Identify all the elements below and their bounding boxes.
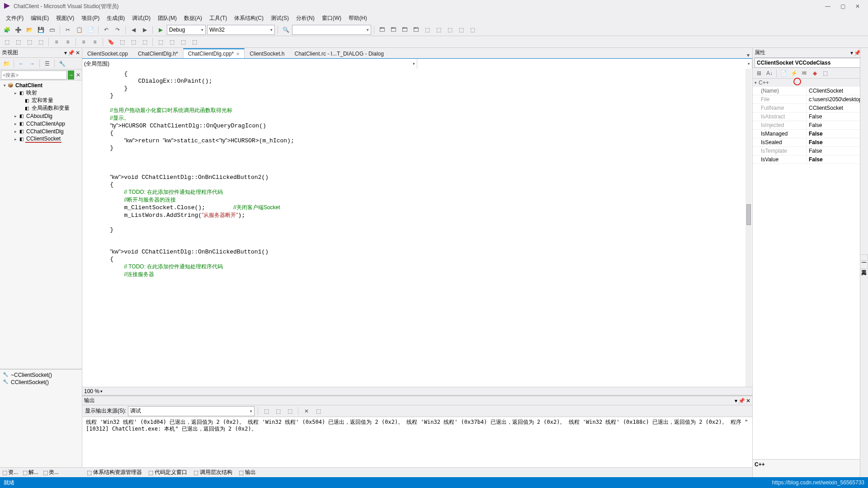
tb-ext3-icon[interactable]: 🗔 bbox=[400, 25, 410, 35]
panel-close-icon[interactable]: ✕ bbox=[75, 50, 80, 56]
search-clear-icon[interactable]: ✕ bbox=[75, 70, 81, 80]
prop-row[interactable]: IsAbstractFalse bbox=[753, 113, 868, 121]
side-tab[interactable]: ⬚解... bbox=[20, 468, 41, 477]
bottom-tab[interactable]: ⬚代码定义窗口 bbox=[146, 468, 190, 477]
overrides-icon[interactable]: ◆ bbox=[810, 68, 820, 78]
member-item[interactable]: ~CClientSocket() bbox=[0, 371, 82, 379]
t2-1-icon[interactable]: ⬚ bbox=[2, 37, 12, 47]
member-item[interactable]: CClientSocket() bbox=[0, 379, 82, 386]
close-icon[interactable]: ✕ bbox=[855, 3, 860, 9]
document-tab[interactable]: ChatClientDlg.cpp*✕ bbox=[183, 48, 245, 58]
output-close-icon[interactable]: ✕ bbox=[746, 398, 750, 404]
document-tab[interactable]: ClientSocket.cpp bbox=[82, 48, 133, 58]
props-object-combo[interactable]: CClientSocket VCCodeClass bbox=[755, 58, 866, 68]
prop-row[interactable]: IsManagedFalse bbox=[753, 130, 868, 138]
add-item-icon[interactable]: ➕ bbox=[13, 25, 23, 35]
bottom-tab[interactable]: ⬚输出 bbox=[236, 468, 259, 477]
menu-item[interactable]: 体系结构(C) bbox=[231, 14, 267, 23]
cut-icon[interactable]: ✂ bbox=[63, 25, 73, 35]
dropdown-icon[interactable]: ▾ bbox=[64, 50, 67, 56]
nav-back-icon[interactable]: ◀ bbox=[128, 25, 138, 35]
tree-node[interactable]: ▸◧CChatClientDlg bbox=[0, 127, 82, 135]
output-dd-icon[interactable]: ▾ bbox=[735, 398, 737, 404]
start-debug-icon[interactable]: ▶ bbox=[156, 25, 165, 35]
out-tb3-icon[interactable]: ⬚ bbox=[285, 406, 295, 416]
t2-4-icon[interactable]: ⬚ bbox=[36, 37, 46, 47]
scope-right-combo[interactable] bbox=[417, 59, 752, 69]
menu-item[interactable]: 分析(N) bbox=[293, 14, 318, 23]
pin-icon[interactable]: 📌 bbox=[68, 50, 75, 56]
bookmark-icon[interactable]: 🔖 bbox=[106, 37, 116, 47]
tree-root[interactable]: ChatClient bbox=[14, 82, 43, 89]
expand-icon[interactable]: ▸ bbox=[13, 91, 18, 95]
vertical-scrollbar[interactable] bbox=[745, 69, 752, 387]
menu-item[interactable]: 调试(D) bbox=[129, 14, 154, 23]
tb-ext5-icon[interactable]: ⬚ bbox=[422, 25, 432, 35]
scope-left-combo[interactable]: (全局范围) bbox=[82, 59, 417, 69]
indent-dec-icon[interactable]: ≡ bbox=[52, 37, 61, 47]
undo-icon[interactable]: ↶ bbox=[101, 25, 111, 35]
prop-row[interactable]: Filec:\users\2050\desktop bbox=[753, 95, 868, 104]
document-tab[interactable]: ClientSocket.h bbox=[245, 48, 289, 58]
prop-row[interactable]: IsSealedFalse bbox=[753, 138, 868, 147]
class-search-input[interactable] bbox=[1, 70, 67, 80]
menu-item[interactable]: 测试(S) bbox=[268, 14, 292, 23]
events-icon[interactable]: ⚡ bbox=[789, 68, 799, 78]
tb-ext6-icon[interactable]: ⬚ bbox=[434, 25, 443, 35]
msgs-icon[interactable]: ✉ bbox=[799, 68, 809, 78]
settings-icon[interactable]: 🔧 bbox=[57, 59, 67, 69]
menu-item[interactable]: 工具(T) bbox=[206, 14, 230, 23]
tb-ext8-icon[interactable]: ⬚ bbox=[456, 25, 466, 35]
tree-node[interactable]: ▸◧CAboutDlg bbox=[0, 112, 82, 120]
comment-icon[interactable]: ≡ bbox=[79, 37, 89, 47]
fwd-icon[interactable]: → bbox=[27, 59, 37, 69]
menu-item[interactable]: 团队(M) bbox=[155, 14, 180, 23]
tb-ext7-icon[interactable]: ⬚ bbox=[445, 25, 455, 35]
tb-ext9-icon[interactable]: ⬚ bbox=[467, 25, 477, 35]
menu-item[interactable]: 项目(P) bbox=[78, 14, 103, 23]
member-list[interactable]: ~CClientSocket()CClientSocket() bbox=[0, 369, 82, 477]
copy-icon[interactable]: 📋 bbox=[74, 25, 84, 35]
output-text[interactable]: 线程 'Win32 线程' (0x1d04) 已退出，返回值为 2 (0x2)。… bbox=[82, 417, 752, 467]
menu-item[interactable]: 数据(A) bbox=[181, 14, 205, 23]
platform-combo[interactable]: Win32 bbox=[207, 25, 275, 35]
prop-row[interactable]: IsInjectedFalse bbox=[753, 121, 868, 130]
tabs-overflow-icon[interactable]: ▾ bbox=[744, 52, 752, 58]
tree-node[interactable]: ▸◧映射 bbox=[0, 89, 82, 97]
output-pin-icon[interactable]: 📌 bbox=[738, 398, 745, 404]
maximize-icon[interactable]: ▢ bbox=[840, 3, 845, 9]
cat-icon[interactable]: ⊞ bbox=[754, 68, 764, 78]
back-icon[interactable]: ← bbox=[16, 59, 26, 69]
search-go-icon[interactable]: → bbox=[68, 70, 74, 80]
prop-row[interactable]: IsValueFalse bbox=[753, 155, 868, 164]
tb-ext2-icon[interactable]: 🗔 bbox=[388, 25, 398, 35]
t2-d-icon[interactable]: ⬚ bbox=[189, 37, 199, 47]
prop-row[interactable]: IsTemplateFalse bbox=[753, 147, 868, 155]
menu-item[interactable]: 帮助(H) bbox=[345, 14, 370, 23]
out-tb1-icon[interactable]: ⬚ bbox=[261, 406, 271, 416]
side-tab[interactable]: ⬚资... bbox=[0, 468, 20, 477]
output-src-combo[interactable]: 调试 bbox=[128, 406, 255, 416]
pages-icon[interactable]: 📄 bbox=[778, 68, 788, 78]
expand-icon[interactable]: ▾ bbox=[2, 83, 7, 88]
t2-a-icon[interactable]: ⬚ bbox=[156, 37, 165, 47]
view-mode-icon[interactable]: ☰ bbox=[42, 59, 52, 69]
rail-tab[interactable]: 工具箱 bbox=[860, 263, 868, 269]
prop-row[interactable]: FullNameCClientSocket bbox=[753, 104, 868, 113]
quick-find-combo[interactable] bbox=[292, 25, 371, 35]
props-dd-icon[interactable]: ▾ bbox=[850, 50, 853, 56]
expand-icon[interactable]: ▸ bbox=[13, 129, 18, 134]
expand-icon[interactable]: ▸ bbox=[13, 122, 18, 126]
tab-close-icon[interactable]: ✕ bbox=[236, 52, 240, 56]
bm-next-icon[interactable]: ⬚ bbox=[128, 37, 138, 47]
expand-icon[interactable]: ▸ bbox=[13, 114, 18, 118]
redo-icon[interactable]: ↷ bbox=[113, 25, 123, 35]
menu-item[interactable]: 视图(V) bbox=[53, 14, 77, 23]
t2-c-icon[interactable]: ⬚ bbox=[178, 37, 188, 47]
out-wrap-icon[interactable]: ⬚ bbox=[313, 406, 323, 416]
tb-ext1-icon[interactable]: 🗔 bbox=[377, 25, 387, 35]
code-editor[interactable]: { CDialogEx::OnPaint(); } } //当用户拖动最小化窗口… bbox=[82, 69, 752, 387]
save-all-icon[interactable]: 🗃 bbox=[47, 25, 57, 35]
document-tab[interactable]: ChatClient.rc - I...T_DIALOG - Dialog bbox=[290, 48, 389, 58]
class-tree[interactable]: ▾ 📦 ChatClient ▸◧映射◧宏和常量◧全局函数和变量▸◧CAbout… bbox=[0, 80, 82, 369]
